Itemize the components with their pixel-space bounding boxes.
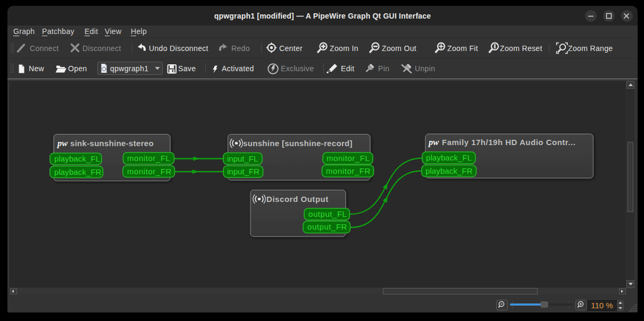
svg-text:Discord Output: Discord Output — [266, 195, 329, 204]
svg-text:playback_FL: playback_FL — [54, 154, 100, 163]
svg-text:input_FL: input_FL — [227, 154, 258, 163]
svg-text:input_FR: input_FR — [227, 167, 260, 176]
svg-text:playback_FL: playback_FL — [426, 153, 472, 162]
svg-text:sunshine [sunshine-record]: sunshine [sunshine-record] — [243, 139, 353, 148]
svg-text:monitor_FR: monitor_FR — [127, 167, 172, 176]
svg-text:pw: pw — [56, 138, 68, 148]
svg-text:110 %: 110 % — [591, 301, 613, 310]
svg-text:output_FL: output_FL — [308, 209, 347, 218]
svg-text:playback_FR: playback_FR — [54, 167, 102, 176]
svg-text:playback_FR: playback_FR — [425, 166, 473, 175]
svg-text:Family 17h/19h HD Audio Contr.: Family 17h/19h HD Audio Contr... — [442, 138, 575, 147]
svg-text:sink-sunshine-stereo: sink-sunshine-stereo — [70, 139, 154, 148]
svg-text:output_FR: output_FR — [307, 222, 347, 231]
svg-text:pw: pw — [428, 137, 439, 147]
svg-text:monitor_FL: monitor_FL — [327, 154, 370, 163]
svg-text:monitor_FL: monitor_FL — [127, 154, 170, 163]
svg-text:monitor_FR: monitor_FR — [326, 166, 371, 175]
